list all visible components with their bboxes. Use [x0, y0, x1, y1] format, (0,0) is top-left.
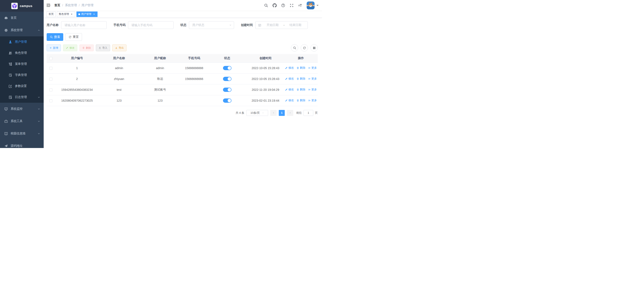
end-date-placeholder: 结束日期 [285, 23, 306, 27]
row-edit-link[interactable]: 修改 [285, 77, 294, 81]
prev-page-button[interactable] [270, 110, 277, 116]
pen-icon [285, 67, 288, 69]
sidebar: campus 首页 系统管理 用户管理 角色管理 [0, 0, 44, 148]
edit-button[interactable]: 修改 [63, 44, 77, 51]
row-edit-link[interactable]: 修改 [285, 98, 294, 102]
cell-user-name: test [99, 84, 139, 95]
phone-input[interactable] [128, 21, 174, 29]
sidebar-item-label: 菜单管理 [15, 62, 27, 66]
next-page-button[interactable] [287, 110, 293, 116]
goto-label: 前往 [296, 111, 302, 115]
cell-phone [181, 95, 208, 106]
row-edit-label: 修改 [288, 66, 294, 70]
page-number-1[interactable]: 1 [279, 110, 285, 116]
sidebar-item-user-mgmt[interactable]: 用户管理 [0, 36, 44, 47]
row-delete-label: 删除 [300, 77, 306, 81]
tab-home[interactable]: 首页 [47, 11, 56, 17]
github-icon[interactable] [272, 3, 277, 7]
row-checkbox[interactable] [50, 78, 52, 81]
status-toggle[interactable] [223, 66, 232, 70]
sidebar-item-source-code[interactable]: 源码地址 [0, 140, 44, 148]
chevron-right-icon [289, 112, 291, 114]
sidebar-item-home[interactable]: 首页 [0, 12, 44, 24]
reset-button[interactable]: 重置 [66, 33, 82, 41]
refresh-table-button[interactable] [301, 44, 308, 51]
tab-user-mgmt[interactable]: 用户管理 × [76, 11, 98, 17]
app-logo[interactable]: campus [0, 0, 44, 12]
row-edit-link[interactable]: 修改 [285, 66, 294, 70]
show-search-toggle-button[interactable] [291, 44, 298, 51]
user-avatar-menu[interactable] [307, 1, 318, 9]
search-button-label: 搜索 [54, 35, 60, 39]
sidebar-item-system-tools[interactable]: 系统工具 [0, 115, 44, 127]
row-delete-link[interactable]: 删除 [296, 66, 306, 70]
row-more-link[interactable]: 更多 [308, 98, 317, 102]
row-delete-label: 删除 [300, 88, 306, 91]
sidebar-item-campus-wall[interactable]: 校园信息墙 [0, 127, 44, 140]
sidebar-item-menu-mgmt[interactable]: 菜单管理 [0, 58, 44, 70]
sidebar-item-param-settings[interactable]: 参数设置 [0, 81, 44, 92]
sidebar-item-dict-mgmt[interactable]: 字典管理 [0, 70, 44, 81]
sidebar-item-system-monitor[interactable]: 系统监控 [0, 103, 44, 115]
help-icon[interactable] [281, 3, 285, 7]
page-size-select[interactable]: 10条/页 [246, 110, 268, 116]
tab-label: 用户管理 [81, 12, 91, 16]
header-search-icon[interactable] [264, 3, 268, 7]
col-nickname: 用户昵称 [139, 54, 181, 62]
status-toggle[interactable] [223, 98, 232, 103]
chevron-down-icon [38, 132, 40, 135]
created-label: 创建时间 [241, 23, 253, 27]
row-edit-label: 修改 [288, 98, 294, 102]
upload-icon [98, 47, 101, 49]
pen-icon [285, 88, 288, 91]
row-edit-link[interactable]: 修改 [285, 88, 294, 91]
pen-icon [66, 47, 68, 49]
row-more-link[interactable]: 更多 [308, 77, 317, 81]
sidebar-item-log-mgmt[interactable]: 日志管理 [0, 92, 44, 103]
row-delete-link[interactable]: 删除 [296, 98, 306, 102]
username-label: 用户名称 [47, 23, 58, 27]
row-delete-link[interactable]: 删除 [296, 77, 306, 81]
close-icon[interactable]: × [92, 12, 96, 16]
goto-page-input[interactable] [304, 110, 313, 116]
row-checkbox[interactable] [50, 99, 52, 102]
add-button[interactable]: 新增 [47, 44, 61, 51]
log-icon [8, 96, 12, 99]
row-more-link[interactable]: 更多 [308, 88, 317, 91]
menu-fold-icon [46, 3, 50, 7]
sidebar-item-label: 参数设置 [15, 84, 27, 88]
sidebar-item-label: 首页 [11, 16, 16, 20]
row-delete-link[interactable]: 删除 [296, 88, 306, 91]
status-toggle[interactable] [223, 88, 232, 92]
col-status: 状态 [208, 54, 247, 62]
double-chevron-icon [308, 99, 311, 102]
cell-user-name: zhiyuan [99, 73, 139, 84]
close-icon[interactable]: × [70, 12, 73, 16]
tab-role-mgmt[interactable]: 角色管理 × [57, 11, 75, 17]
column-settings-button[interactable] [310, 44, 318, 51]
search-button[interactable]: 搜索 [47, 33, 63, 41]
dashboard-icon [4, 16, 8, 20]
sidebar-item-role-mgmt[interactable]: 角色管理 [0, 47, 44, 58]
chevron-down-icon [38, 108, 40, 110]
delete-button[interactable]: 删除 [80, 44, 94, 51]
breadcrumb-home[interactable]: 首页 [54, 3, 60, 7]
status-toggle[interactable] [223, 77, 232, 81]
double-chevron-icon [308, 77, 311, 80]
edit-square-icon [8, 84, 12, 88]
row-checkbox[interactable] [50, 88, 52, 91]
row-checkbox[interactable] [50, 67, 52, 70]
select-all-checkbox[interactable] [50, 57, 52, 60]
username-input[interactable] [61, 21, 107, 29]
import-button[interactable]: 导入 [96, 44, 110, 51]
row-more-label: 更多 [311, 98, 317, 102]
font-size-icon[interactable] [298, 3, 302, 7]
export-button[interactable]: 导出 [112, 44, 126, 51]
refresh-icon [303, 46, 306, 50]
fullscreen-icon[interactable] [290, 3, 294, 7]
sidebar-item-system-mgmt[interactable]: 系统管理 [0, 24, 44, 36]
date-range-picker[interactable]: 开始日期 - 结束日期 [255, 21, 308, 29]
status-select[interactable]: 用户状态 [189, 21, 234, 29]
sidebar-toggle-button[interactable] [44, 0, 53, 11]
row-more-link[interactable]: 更多 [308, 66, 317, 70]
